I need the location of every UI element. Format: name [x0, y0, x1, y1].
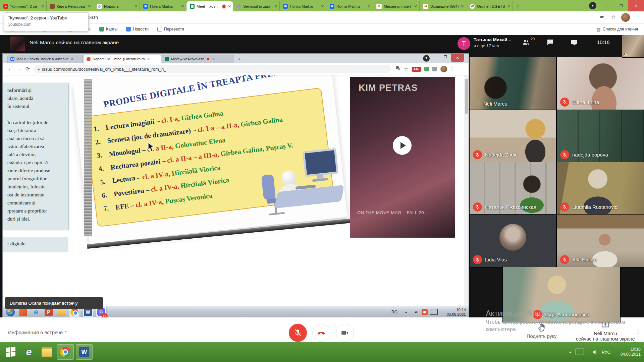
close-window-button[interactable]: ✕ [628, 0, 644, 11]
hangup-button[interactable] [312, 324, 330, 342]
tray-expand-icon[interactable]: ▲ [405, 310, 408, 314]
close-icon[interactable]: ✕ [461, 4, 464, 9]
video-tile-natalia-rjaksinskaia[interactable]: Наталья Ржаксинская [470, 162, 556, 215]
video-tile-alla-hioara[interactable]: Alla Hioara [557, 215, 644, 267]
close-icon[interactable]: ✕ [507, 4, 511, 9]
bookmark-news[interactable]: Новости [126, 27, 148, 32]
forward-icon[interactable]: → [17, 66, 22, 72]
taskbar-word-icon[interactable]: W [76, 344, 93, 360]
bookmark-maps[interactable]: Карты [99, 27, 117, 32]
volume-icon[interactable]: 🔊︎ [415, 309, 418, 315]
video-tile-nadejda-zadic[interactable]: Nadejda Zadic [470, 110, 556, 162]
video-tile-lidia-vlas[interactable]: Lidia Vlas [470, 215, 556, 267]
network-icon[interactable] [430, 309, 438, 315]
close-icon[interactable]: ✕ [414, 4, 417, 9]
inner-clock[interactable]: 10:1403.05.2021 [440, 307, 466, 317]
network-icon[interactable] [576, 349, 584, 355]
inner-new-tab-button[interactable]: + [235, 56, 244, 63]
close-icon[interactable]: ✕ [135, 4, 138, 9]
video-tile-nadejda-popova[interactable]: nadejda popova [557, 110, 644, 162]
inner-tab-issuu-active[interactable]: Raport CM Limba și literatura ro✕ [84, 55, 161, 63]
tab-kupchino[interactable]: "Купчино". 2 се✕ [0, 1, 47, 11]
scrollbar-thumb[interactable] [465, 79, 468, 114]
close-icon[interactable]: ✕ [71, 57, 74, 61]
inner-restore-button[interactable]: ❐ [441, 55, 450, 59]
self-video-tile[interactable]: Вы [622, 35, 644, 57]
inner-language-indicator[interactable]: RO [391, 310, 397, 314]
language-indicator[interactable]: РУС [602, 350, 610, 355]
maps-icon [99, 27, 104, 32]
close-icon[interactable]: ✕ [274, 4, 277, 9]
scrollbar[interactable] [464, 75, 469, 306]
tab-mailru-3[interactable]: ✉Почта Mail.ru✕ [326, 1, 373, 11]
video-tile-liudmila-rustanovici[interactable]: Liudmila Rustanovici [557, 162, 644, 215]
more-options-icon[interactable]: ⋮ [635, 327, 641, 335]
menu-dots-icon[interactable]: ⋮ [636, 13, 641, 19]
profile-avatar[interactable] [440, 66, 447, 72]
present-screen-icon[interactable] [570, 38, 578, 48]
stream-ad-tile[interactable]: KIM PETRAS ON THE MOVE MAG – FALL 20... [350, 77, 455, 238]
participants-icon[interactable] [522, 38, 530, 48]
inner-minimize-button[interactable]: – [432, 54, 440, 59]
profile-avatar[interactable] [621, 13, 630, 22]
minimize-button[interactable]: – [601, 3, 614, 8]
back-icon[interactable]: ← [8, 66, 13, 72]
taskbar-chrome-icon[interactable] [57, 344, 74, 360]
outer-address-bar: meet.google.com/xds-rpkc-szh ☆ ⋮ [0, 11, 644, 24]
reload-icon[interactable]: ⟳ [25, 66, 30, 72]
menu-dots-icon[interactable]: ⋮ [450, 66, 454, 72]
camera-toggle-button[interactable] [336, 324, 354, 342]
bookmark-translate[interactable]: Перевести [157, 27, 184, 32]
video-tile-neli-marcu[interactable]: Neli Marcu [470, 57, 556, 110]
adblock-badge[interactable]: 416 [412, 67, 421, 72]
play-button[interactable] [393, 136, 412, 155]
document-text-column: nsformări și ulare, acordă în sistemul Î… [3, 83, 69, 230]
camera-permission-icon[interactable] [599, 14, 605, 20]
chat-icon[interactable] [546, 38, 554, 48]
translate-icon[interactable] [395, 66, 401, 72]
edge-ie-icon[interactable]: e [21, 345, 37, 359]
extension-shield-icon[interactable] [424, 67, 429, 71]
inner-url-field[interactable]: 🔒︎ issuu.com/dorin26/docs/festival_cm_li… [34, 65, 391, 73]
close-icon[interactable]: ✕ [147, 57, 150, 61]
mic-muted-icon [560, 98, 569, 107]
inner-tab-mailru[interactable]: ✉Mail.ru: почта, поиск в интерне✕ [7, 55, 83, 63]
restore-button[interactable]: ❐ [614, 4, 628, 8]
video-tile-elena-iurina[interactable]: Elena Iurina [557, 57, 644, 110]
close-icon[interactable]: ✕ [321, 4, 324, 9]
reading-list-button[interactable]: ▤Список для чтения [596, 27, 638, 32]
volume-icon[interactable]: 🔊︎ [593, 349, 596, 355]
bookmark-star-icon[interactable]: ☆ [611, 14, 615, 20]
file-explorer-icon[interactable] [39, 345, 55, 359]
tab-serviciul[interactable]: Serviciul în ziua✕ [233, 1, 280, 11]
tab-novost[interactable]: @Новость✕ [93, 1, 140, 11]
tray-expand-icon[interactable]: ▲ [569, 350, 572, 354]
close-icon[interactable]: ✕ [88, 4, 91, 9]
mail-icon: ✉ [283, 4, 288, 9]
mail-icon: ✉ [143, 4, 148, 9]
tab-meet-active[interactable]: ▣Meet – xds-r✕ [186, 1, 233, 11]
close-icon[interactable]: ✕ [41, 4, 44, 9]
close-icon[interactable]: ✕ [228, 4, 231, 9]
inner-tab-meet[interactable]: Meet – xds-rpkc-szh✕ [162, 55, 234, 63]
tab-ordine[interactable]: WOrdine | DGETS✕ [466, 1, 513, 11]
downloads-chevron-icon[interactable]: ▾ [423, 55, 430, 62]
tab-kniga[interactable]: Книга Неистова✕ [47, 1, 93, 11]
close-icon[interactable]: ✕ [368, 4, 371, 9]
bookmark-star-icon[interactable]: ☆ [404, 66, 409, 72]
meeting-info-button[interactable]: Информация о встрече ⌃ [8, 329, 67, 335]
close-icon[interactable]: ✕ [212, 57, 215, 61]
mic-toggle-button[interactable] [289, 324, 307, 342]
close-icon[interactable]: ✕ [181, 4, 184, 9]
tab-gmail-mesaje[interactable]: MMesaje primite (✕ [373, 1, 420, 11]
tab-mailru-2[interactable]: ✉Почта Mail.ru✕ [280, 1, 326, 11]
tab-gmail-inbox[interactable]: MВходящие (564)✕ [420, 1, 466, 11]
new-tab-button[interactable]: + [513, 3, 523, 11]
inner-close-button[interactable]: ✕ [451, 54, 464, 62]
windows-start-button[interactable] [3, 345, 19, 359]
recording-tray-icon[interactable] [422, 309, 428, 315]
tab-mailru-1[interactable]: ✉Почта Mail.ru✕ [140, 1, 186, 11]
system-clock[interactable]: 10:1604.05.2021 [621, 347, 641, 357]
extensions-puzzle-icon[interactable] [432, 67, 437, 71]
downloads-chevron-icon[interactable]: ▾ [589, 2, 596, 9]
